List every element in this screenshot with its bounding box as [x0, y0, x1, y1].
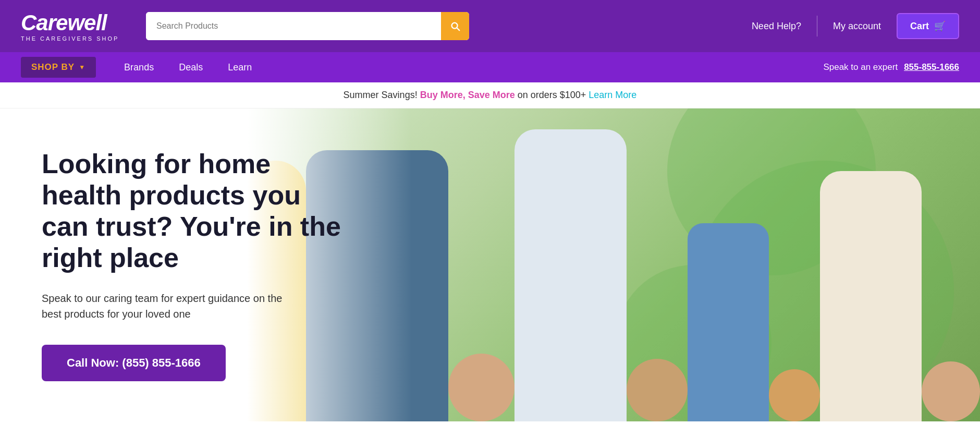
logo[interactable]: Carewell THE CAREGIVERS SHOP — [21, 10, 125, 42]
site-header: Carewell THE CAREGIVERS SHOP Need Help? … — [0, 0, 980, 52]
nav-learn[interactable]: Learn — [215, 62, 264, 73]
shop-by-button[interactable]: SHOP BY ▼ — [21, 57, 96, 78]
nav-bar: SHOP BY ▼ Brands Deals Learn Speak to an… — [0, 52, 980, 82]
hero-heading: Looking for home health products you can… — [42, 149, 354, 273]
person-child-head — [769, 369, 820, 421]
nav-right: Speak to an expert 855-855-1666 — [823, 62, 959, 72]
cart-icon: 🛒 — [934, 20, 946, 32]
header-right: Need Help? My account Cart 🛒 — [752, 13, 959, 39]
nav-deals[interactable]: Deals — [166, 62, 215, 73]
nav-brands[interactable]: Brands — [112, 62, 166, 73]
hero-subtext: Speak to our caring team for expert guid… — [42, 290, 302, 322]
promo-highlight: Buy More, Save More — [420, 90, 515, 100]
search-button[interactable] — [441, 12, 469, 40]
promo-text: Summer Savings! — [344, 90, 420, 100]
cart-button[interactable]: Cart 🛒 — [897, 13, 959, 39]
need-help-link[interactable]: Need Help? — [752, 21, 801, 32]
cart-label: Cart — [910, 21, 929, 32]
speak-text: Speak to an expert — [823, 62, 898, 72]
person-woman-head — [922, 361, 980, 421]
chevron-down-icon: ▼ — [79, 64, 85, 71]
hero-section: Looking for home health products you can… — [0, 108, 980, 421]
logo-subtitle: THE CAREGIVERS SHOP — [21, 35, 125, 42]
logo-title: Carewell — [21, 10, 125, 35]
cta-call-button[interactable]: Call Now: (855) 855-1666 — [42, 345, 226, 381]
search-icon — [449, 20, 461, 32]
person-elderly-head — [448, 354, 514, 421]
promo-banner: Summer Savings! Buy More, Save More on o… — [0, 82, 980, 108]
nav-links: Brands Deals Learn — [112, 62, 264, 73]
my-account-link[interactable]: My account — [833, 21, 881, 32]
promo-suffix: on orders $100+ — [515, 90, 589, 100]
person-child-body — [688, 223, 769, 421]
shop-by-label: SHOP BY — [31, 62, 75, 72]
promo-learn-more[interactable]: Learn More — [589, 90, 636, 100]
phone-link[interactable]: 855-855-1666 — [904, 62, 959, 72]
person-tall-head — [627, 359, 688, 421]
vertical-divider — [817, 16, 817, 37]
person-woman-body — [820, 171, 922, 421]
search-input[interactable] — [146, 12, 441, 40]
hero-content: Looking for home health products you can… — [0, 149, 354, 381]
search-bar — [146, 12, 469, 40]
person-tall-body — [514, 129, 627, 421]
